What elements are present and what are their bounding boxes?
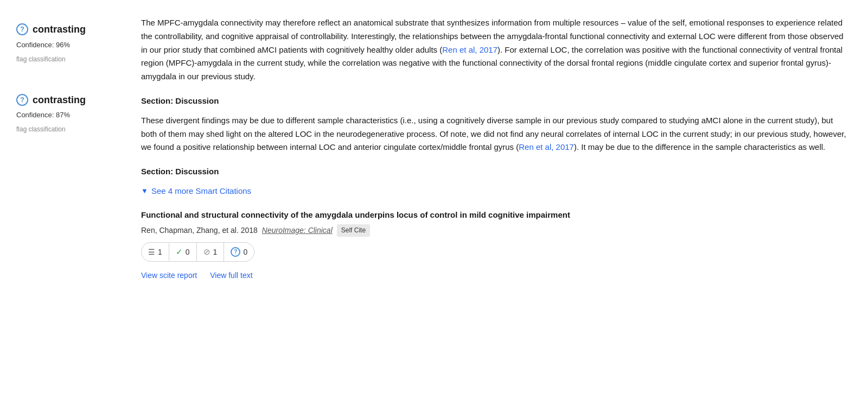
flag-link-1[interactable]: flag classification: [16, 55, 66, 63]
check-icon: ✓: [176, 245, 183, 258]
paper-title: Functional and structural connectivity o…: [141, 209, 846, 222]
classification-label-2: contrasting: [33, 92, 86, 108]
confidence-2: Confidence: 87%: [16, 110, 119, 121]
paper-meta: Ren, Chapman, Zhang, et al. 2018 NeuroIm…: [141, 224, 846, 237]
doc-icon: ☰: [148, 246, 155, 258]
section-heading-1: Section: Discussion: [141, 94, 846, 108]
classification-title-2: ? contrasting: [16, 92, 119, 108]
ref-link-1[interactable]: Ren et al, 2017: [442, 45, 497, 54]
stat-check-count: 0: [186, 246, 190, 258]
page-container: ? contrasting Confidence: 96% flag class…: [0, 0, 868, 398]
main-content: The MPFC-amygdala connectivity may there…: [136, 16, 846, 382]
paragraph-2-cont: ). It may be due to the difference in th…: [574, 142, 825, 151]
paper-authors: Ren, Chapman, Zhang, et al. 2018: [141, 224, 258, 236]
classification-title-1: ? contrasting: [16, 22, 119, 37]
stat-check: ✓ 0: [169, 243, 197, 261]
ref-link-2[interactable]: Ren et al, 2017: [519, 142, 574, 151]
classification-block-1: ? contrasting Confidence: 96% flag class…: [16, 22, 119, 65]
paper-journal[interactable]: NeuroImage: Clinical: [262, 224, 333, 236]
citation-stats: ☰ 1 ✓ 0 ⊘ 1 ? 0: [141, 242, 254, 262]
section-heading-2: Section: Discussion: [141, 165, 846, 178]
view-full-link[interactable]: View full text: [210, 269, 252, 281]
see-more-label: See 4 more Smart Citations: [151, 185, 251, 198]
stat-doc-count: 1: [158, 246, 162, 258]
sidebar: ? contrasting Confidence: 96% flag class…: [16, 16, 136, 382]
stat-doc: ☰ 1: [142, 243, 169, 261]
action-links: View scite report View full text: [141, 269, 846, 281]
question-icon-1: ?: [16, 23, 28, 35]
paper-section: Functional and structural connectivity o…: [141, 209, 846, 282]
question-circle-icon: ?: [231, 247, 240, 257]
stat-question: ? 0: [224, 243, 254, 261]
classification-label-1: contrasting: [33, 22, 86, 37]
view-scite-link[interactable]: View scite report: [141, 269, 197, 281]
self-cite-badge: Self Cite: [337, 224, 370, 237]
stat-question-count: 0: [243, 246, 247, 258]
chevron-down-icon: ▼: [141, 186, 148, 197]
paragraph-1: The MPFC-amygdala connectivity may there…: [141, 16, 846, 84]
cross-circle-icon: ⊘: [203, 245, 210, 258]
stat-cross-count: 1: [213, 246, 218, 258]
classification-block-2: ? contrasting Confidence: 87% flag class…: [16, 92, 119, 136]
stat-cross: ⊘ 1: [197, 243, 225, 261]
confidence-1: Confidence: 96%: [16, 40, 119, 51]
flag-link-2[interactable]: flag classification: [16, 125, 66, 133]
see-more-link[interactable]: ▼ See 4 more Smart Citations: [141, 185, 846, 198]
question-icon-2: ?: [16, 94, 28, 106]
paragraph-2: These divergent findings may be due to d…: [141, 114, 846, 154]
